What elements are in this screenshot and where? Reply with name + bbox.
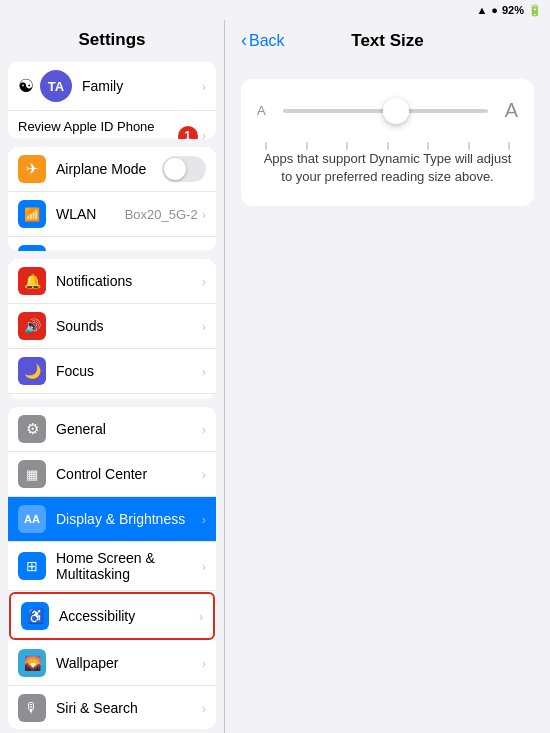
display-icon: AA: [24, 513, 40, 525]
sounds-icon-wrap: 🔊: [18, 312, 46, 340]
sidebar-item-focus[interactable]: 🌙 Focus ›: [8, 349, 216, 394]
sidebar-item-display-brightness[interactable]: AA Display & Brightness ›: [8, 497, 216, 542]
focus-icon-wrap: 🌙: [18, 357, 46, 385]
tick-5: [427, 142, 429, 150]
sidebar-item-siri-search[interactable]: 🎙 Siri & Search ›: [8, 686, 216, 729]
wlan-icon-wrap: 📶: [18, 200, 46, 228]
accessibility-label: Accessibility: [59, 608, 199, 624]
back-chevron-icon: ‹: [241, 30, 247, 51]
chevron-icon: ›: [202, 128, 206, 139]
wlan-icon: 📶: [24, 207, 40, 222]
control-center-icon: ▦: [26, 467, 38, 482]
yin-yang-icon: ☯: [18, 75, 34, 97]
sidebar-item-notifications[interactable]: 🔔 Notifications ›: [8, 259, 216, 304]
chevron-icon: ›: [202, 319, 206, 334]
bluetooth-icon: Ƀ: [27, 250, 37, 251]
sounds-icon: 🔊: [24, 318, 41, 334]
tick-4: [387, 142, 389, 150]
content-header: ‹ Back Text Size: [225, 20, 550, 59]
back-button[interactable]: ‹ Back: [241, 30, 285, 51]
sidebar-item-general[interactable]: ⚙ General ›: [8, 407, 216, 452]
focus-icon: 🌙: [24, 363, 41, 379]
home-screen-icon-wrap: ⊞: [18, 552, 46, 580]
control-center-label: Control Center: [56, 466, 202, 482]
tick-2: [306, 142, 308, 150]
chevron-icon: ›: [199, 609, 203, 624]
home-screen-label: Home Screen & Multitasking: [56, 550, 202, 582]
sidebar-item-bluetooth[interactable]: Ƀ Bluetooth On ›: [8, 237, 216, 251]
sidebar-item-screen-time[interactable]: ⏳ Screen Time ›: [8, 394, 216, 399]
review-apple-label: Review Apple ID Phone Number: [18, 119, 178, 139]
battery-icon: 🔋: [528, 4, 542, 17]
connectivity-group: ✈ Airplane Mode 📶 WLAN Box20_5G-2 › Ƀ: [8, 147, 216, 251]
home-screen-icon: ⊞: [26, 558, 38, 574]
sidebar-item-family[interactable]: ☯ TA Family ›: [8, 62, 216, 111]
badge: 1: [178, 126, 198, 139]
sidebar-item-review-apple[interactable]: Review Apple ID Phone Number 1 ›: [8, 111, 216, 139]
account-group: ☯ TA Family › Review Apple ID Phone Numb…: [8, 62, 216, 139]
sidebar-title: Settings: [0, 20, 224, 58]
status-icons: ▲ ● 92% 🔋: [476, 4, 542, 17]
chevron-icon: ›: [202, 274, 206, 289]
sidebar-item-airplane[interactable]: ✈ Airplane Mode: [8, 147, 216, 192]
general-group: ⚙ General › ▦ Control Center › AA Displa…: [8, 407, 216, 729]
notifications-icon: 🔔: [24, 273, 41, 289]
chevron-icon: ›: [202, 422, 206, 437]
chevron-icon: ›: [202, 364, 206, 379]
toggle-knob: [164, 158, 186, 180]
sidebar-item-control-center[interactable]: ▦ Control Center ›: [8, 452, 216, 497]
siri-icon: 🎙: [25, 700, 39, 716]
tick-6: [468, 142, 470, 150]
slider-large-label: A: [498, 99, 518, 122]
airplane-toggle[interactable]: [162, 156, 206, 182]
signal-icon: ●: [491, 4, 498, 16]
sidebar-item-sounds[interactable]: 🔊 Sounds ›: [8, 304, 216, 349]
sounds-label: Sounds: [56, 318, 202, 334]
content-title: Text Size: [351, 31, 423, 51]
wifi-icon: ▲: [476, 4, 487, 16]
notifications-label: Notifications: [56, 273, 202, 289]
bluetooth-icon-wrap: Ƀ: [18, 245, 46, 251]
chevron-icon: ›: [202, 512, 206, 527]
tick-7: [508, 142, 510, 150]
tick-3: [346, 142, 348, 150]
content-panel: ‹ Back Text Size A A: [225, 20, 550, 733]
sidebar-item-accessibility[interactable]: ♿ Accessibility ›: [9, 592, 215, 640]
status-bar: ▲ ● 92% 🔋: [0, 0, 550, 20]
sidebar-item-home-screen[interactable]: ⊞ Home Screen & Multitasking ›: [8, 542, 216, 591]
header-wrapper: ‹ Back Text Size: [241, 30, 534, 51]
airplane-icon: ✈: [26, 160, 39, 178]
accessibility-icon-wrap: ♿: [21, 602, 49, 630]
slider-ticks: [257, 138, 518, 150]
main-layout: Settings ☯ TA Family › Review Apple ID P…: [0, 20, 550, 733]
slider-thumb[interactable]: [383, 98, 409, 124]
focus-label: Focus: [56, 363, 202, 379]
wlan-label: WLAN: [56, 206, 125, 222]
avatar: TA: [40, 70, 72, 102]
family-label: Family: [82, 78, 202, 94]
chevron-icon: ›: [202, 559, 206, 574]
tick-1: [265, 142, 267, 150]
slider-small-label: A: [257, 103, 273, 118]
wallpaper-icon-wrap: 🌄: [18, 649, 46, 677]
airplane-icon-wrap: ✈: [18, 155, 46, 183]
battery-percentage: 92%: [502, 4, 524, 16]
display-label: Display & Brightness: [56, 511, 202, 527]
chevron-icon: ›: [202, 656, 206, 671]
sidebar-item-wlan[interactable]: 📶 WLAN Box20_5G-2 ›: [8, 192, 216, 237]
siri-label: Siri & Search: [56, 700, 202, 716]
back-label: Back: [249, 32, 285, 50]
chevron-icon: ›: [202, 79, 206, 94]
control-center-icon-wrap: ▦: [18, 460, 46, 488]
wallpaper-icon: 🌄: [24, 655, 41, 671]
chevron-icon: ›: [202, 701, 206, 716]
slider-fill: [283, 109, 396, 113]
notifications-icon-wrap: 🔔: [18, 267, 46, 295]
siri-icon-wrap: 🎙: [18, 694, 46, 722]
sidebar-item-wallpaper[interactable]: 🌄 Wallpaper ›: [8, 641, 216, 686]
sidebar: Settings ☯ TA Family › Review Apple ID P…: [0, 20, 225, 733]
wallpaper-label: Wallpaper: [56, 655, 202, 671]
general-label: General: [56, 421, 202, 437]
slider-track[interactable]: [283, 109, 488, 113]
chevron-icon: ›: [202, 467, 206, 482]
